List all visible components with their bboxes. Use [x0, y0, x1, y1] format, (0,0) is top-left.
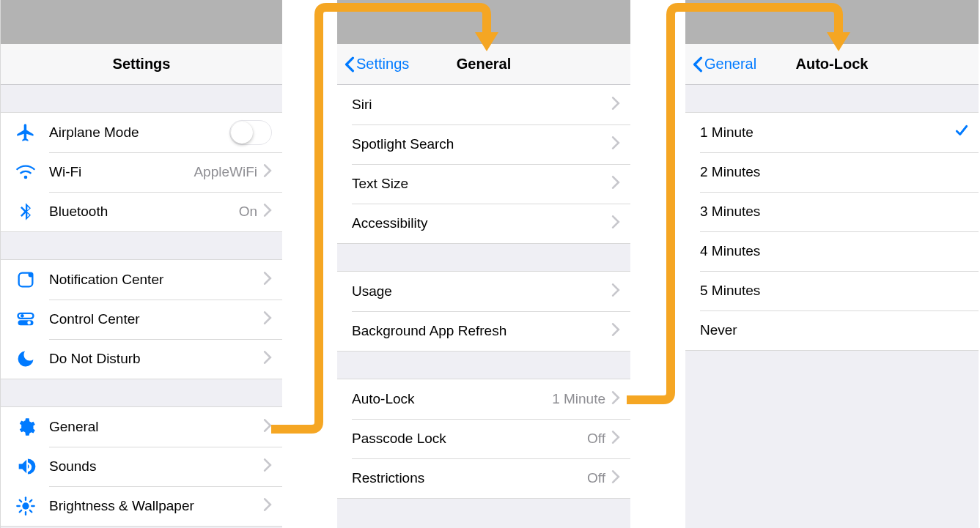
svg-point-3 — [21, 314, 24, 318]
section-gap — [1, 379, 282, 407]
autolock-options: 1 Minute 2 Minutes 3 Minutes 4 Minutes 5… — [685, 113, 979, 351]
row-background-app-refresh[interactable]: Background App Refresh — [337, 311, 630, 351]
row-label: Auto-Lock — [352, 391, 552, 407]
section-gap — [685, 85, 979, 113]
section-gap — [337, 244, 630, 272]
bluetooth-icon — [11, 201, 40, 222]
settings-content: Airplane Mode Wi-Fi AppleWiFi — [1, 85, 282, 528]
chevron-right-icon — [263, 458, 272, 475]
three-panel-walkthrough: Settings Airplane Mode Wi-Fi AppleWiFi — [0, 0, 980, 528]
row-label: Sounds — [49, 458, 263, 475]
row-label: Restrictions — [352, 470, 587, 486]
row-detail: Off — [587, 470, 605, 486]
settings-screen: Settings Airplane Mode Wi-Fi AppleWiFi — [0, 0, 282, 528]
row-label: 1 Minute — [700, 124, 955, 141]
svg-line-11 — [20, 500, 21, 502]
back-label: Settings — [356, 56, 409, 72]
option-never[interactable]: Never — [685, 311, 979, 350]
row-wifi[interactable]: Wi-Fi AppleWiFi — [1, 152, 282, 192]
general-group-2: Usage Background App Refresh — [337, 272, 630, 352]
settings-group-device: General Sounds — [1, 407, 282, 527]
navbar-general: Settings General — [337, 44, 630, 85]
svg-line-13 — [20, 510, 21, 512]
option-2-minutes[interactable]: 2 Minutes — [685, 152, 979, 192]
row-label: 4 Minutes — [700, 243, 968, 259]
chevron-right-icon — [263, 311, 272, 328]
back-button[interactable]: Settings — [345, 56, 409, 72]
svg-point-6 — [22, 502, 29, 509]
row-label: Background App Refresh — [352, 323, 611, 339]
row-label: 2 Minutes — [700, 164, 968, 180]
row-detail: AppleWiFi — [194, 164, 257, 180]
row-spotlight-search[interactable]: Spotlight Search — [337, 124, 630, 164]
row-label: Passcode Lock — [352, 431, 587, 447]
row-label: General — [49, 419, 263, 435]
row-label: Airplane Mode — [49, 124, 229, 141]
chevron-right-icon — [611, 470, 620, 487]
row-accessibility[interactable]: Accessibility — [337, 204, 630, 243]
settings-group-personal: Notification Center Control Center — [1, 260, 282, 379]
row-label: Text Size — [352, 176, 611, 192]
brightness-icon — [11, 496, 40, 516]
airplane-toggle[interactable] — [229, 120, 272, 145]
row-label: Notification Center — [49, 272, 263, 288]
page-title: Settings — [113, 56, 171, 72]
row-control-center[interactable]: Control Center — [1, 300, 282, 339]
row-bluetooth[interactable]: Bluetooth On — [1, 192, 282, 231]
chevron-right-icon — [611, 97, 620, 114]
row-brightness-wallpaper[interactable]: Brightness & Wallpaper — [1, 486, 282, 526]
wifi-icon — [11, 162, 40, 182]
row-auto-lock[interactable]: Auto-Lock 1 Minute — [337, 379, 630, 419]
general-screen: Settings General Siri Spotlight Search T… — [337, 0, 630, 528]
svg-point-1 — [29, 272, 34, 278]
svg-line-14 — [30, 500, 32, 502]
row-restrictions[interactable]: Restrictions Off — [337, 458, 630, 498]
gap-1 — [282, 0, 337, 528]
status-bar — [337, 0, 630, 44]
row-do-not-disturb[interactable]: Do Not Disturb — [1, 339, 282, 379]
chevron-right-icon — [263, 164, 272, 181]
status-bar — [685, 0, 979, 44]
settings-group-connectivity: Airplane Mode Wi-Fi AppleWiFi — [1, 113, 282, 232]
row-passcode-lock[interactable]: Passcode Lock Off — [337, 419, 630, 458]
checkmark-icon — [955, 124, 968, 141]
row-text-size[interactable]: Text Size — [337, 164, 630, 204]
chevron-right-icon — [263, 272, 272, 289]
chevron-right-icon — [611, 431, 620, 447]
row-usage[interactable]: Usage — [337, 272, 630, 311]
navbar-autolock: General Auto-Lock — [685, 44, 979, 85]
row-label: 5 Minutes — [700, 283, 968, 299]
option-5-minutes[interactable]: 5 Minutes — [685, 271, 979, 311]
general-group-1: Siri Spotlight Search Text Size Accessib… — [337, 85, 630, 244]
row-general[interactable]: General — [1, 407, 282, 447]
status-bar — [1, 0, 282, 44]
row-label: Spotlight Search — [352, 136, 611, 152]
row-airplane-mode[interactable]: Airplane Mode — [1, 113, 282, 152]
page-title: Auto-Lock — [796, 56, 869, 72]
row-label: Wi-Fi — [49, 164, 194, 180]
row-siri[interactable]: Siri — [337, 85, 630, 124]
back-button[interactable]: General — [693, 56, 756, 72]
option-1-minute[interactable]: 1 Minute — [685, 113, 979, 152]
row-detail: On — [239, 204, 257, 220]
row-detail: Off — [587, 431, 605, 447]
row-label: Brightness & Wallpaper — [49, 498, 263, 514]
chevron-right-icon — [263, 204, 272, 220]
row-label: Never — [700, 322, 968, 338]
svg-point-5 — [27, 321, 31, 324]
chevron-right-icon — [611, 176, 620, 193]
row-label: Control Center — [49, 311, 263, 327]
row-sounds[interactable]: Sounds — [1, 447, 282, 486]
row-label: Accessibility — [352, 215, 611, 231]
svg-rect-2 — [18, 313, 34, 319]
option-4-minutes[interactable]: 4 Minutes — [685, 231, 979, 271]
autolock-content: 1 Minute 2 Minutes 3 Minutes 4 Minutes 5… — [685, 85, 979, 528]
speaker-icon — [11, 456, 40, 477]
section-gap — [337, 352, 630, 379]
chevron-right-icon — [611, 391, 620, 408]
chevron-right-icon — [611, 283, 620, 300]
row-notification-center[interactable]: Notification Center — [1, 260, 282, 300]
svg-rect-4 — [18, 320, 34, 325]
navbar-settings: Settings — [1, 44, 282, 85]
option-3-minutes[interactable]: 3 Minutes — [685, 192, 979, 231]
